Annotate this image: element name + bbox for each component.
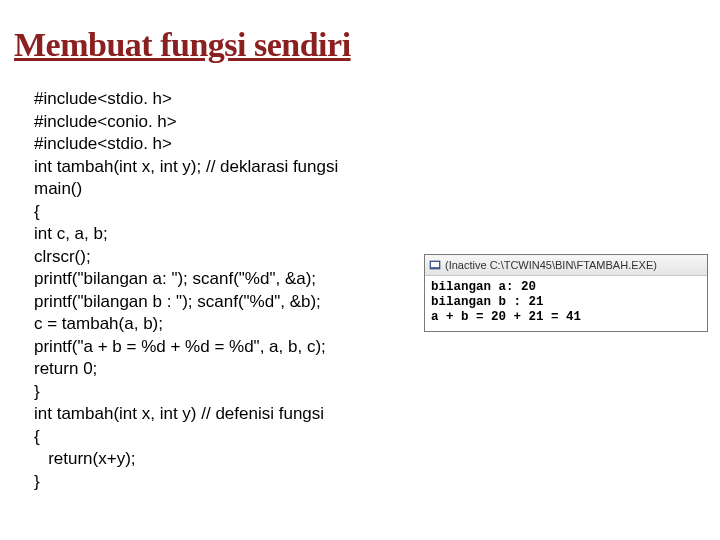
code-line: }: [34, 472, 40, 491]
code-line: #include<stdio. h>: [34, 134, 172, 153]
code-line: #include<stdio. h>: [34, 89, 172, 108]
svg-rect-1: [431, 262, 439, 267]
terminal-caption: (Inactive C:\TCWIN45\BIN\FTAMBAH.EXE): [445, 259, 657, 271]
code-line: {: [34, 202, 40, 221]
terminal-output: bilangan a: 20 bilangan b : 21 a + b = 2…: [425, 276, 707, 331]
code-line: #include<conio. h>: [34, 112, 177, 131]
code-line: int tambah(int x, int y) // defenisi fun…: [34, 404, 324, 423]
code-line: return 0;: [34, 359, 97, 378]
terminal-titlebar: (Inactive C:\TCWIN45\BIN\FTAMBAH.EXE): [425, 255, 707, 276]
code-line: int c, a, b;: [34, 224, 108, 243]
terminal-line: a + b = 20 + 21 = 41: [431, 310, 581, 324]
code-line: {: [34, 427, 40, 446]
terminal-line: bilangan a: 20: [431, 280, 536, 294]
code-line: printf("a + b = %d + %d = %d", a, b, c);: [34, 337, 326, 356]
code-block: #include<stdio. h> #include<conio. h> #i…: [34, 88, 338, 493]
terminal-window: (Inactive C:\TCWIN45\BIN\FTAMBAH.EXE) bi…: [424, 254, 708, 332]
code-line: printf("bilangan a: "); scanf("%d", &a);: [34, 269, 316, 288]
code-line: main(): [34, 179, 82, 198]
code-line: c = tambah(a, b);: [34, 314, 163, 333]
code-line: }: [34, 382, 40, 401]
code-line: return(x+y);: [34, 449, 136, 468]
code-line: int tambah(int x, int y); // deklarasi f…: [34, 157, 338, 176]
app-icon: [429, 259, 441, 271]
code-line: printf("bilangan b : "); scanf("%d", &b)…: [34, 292, 321, 311]
terminal-line: bilangan b : 21: [431, 295, 544, 309]
code-line: clrscr();: [34, 247, 91, 266]
slide-title: Membuat fungsi sendiri: [14, 26, 351, 64]
